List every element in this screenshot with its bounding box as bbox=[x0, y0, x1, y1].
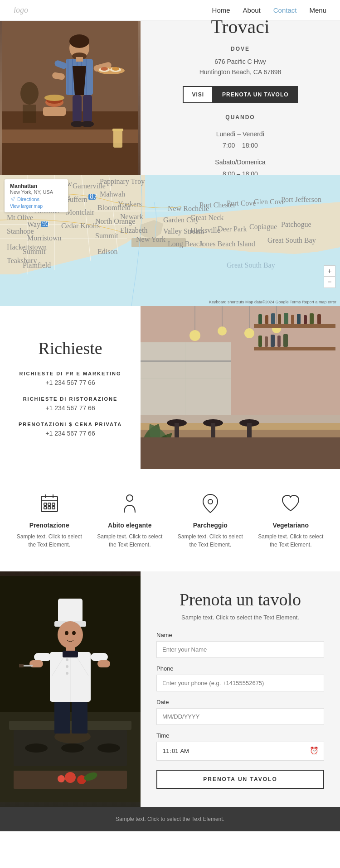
name-label: Name bbox=[156, 632, 324, 638]
request-categories: RICHIESTE DI PR E MARKETING +1 234 567 7… bbox=[19, 371, 122, 437]
req-cat-1-phone: +1 234 567 77 66 bbox=[19, 404, 122, 412]
booking-subtitle: Sample text. Click to select the Text El… bbox=[156, 614, 324, 621]
svg-text:Jones Beach Island: Jones Beach Island bbox=[199, 240, 255, 248]
svg-text:87: 87 bbox=[90, 192, 97, 200]
svg-point-3 bbox=[20, 82, 39, 105]
svg-rect-144 bbox=[52, 503, 55, 505]
map-info-box: Manhattan New York, NY, USA Directions V… bbox=[5, 179, 68, 212]
booking-image bbox=[0, 571, 141, 807]
feature-1-desc: Sample text. Click to select the Text El… bbox=[94, 532, 166, 549]
svg-rect-116 bbox=[258, 336, 262, 347]
quando-label: QUANDO bbox=[225, 114, 255, 120]
svg-rect-172 bbox=[63, 651, 78, 657]
svg-text:Morristown: Morristown bbox=[27, 234, 62, 242]
address-line1: 676 Pacific C Hwy bbox=[199, 57, 282, 67]
svg-rect-4 bbox=[23, 105, 36, 123]
address: 676 Pacific C Hwy Huntington Beach, CA 6… bbox=[199, 57, 282, 77]
svg-text:95: 95 bbox=[42, 220, 49, 227]
svg-text:Port Jefferson: Port Jefferson bbox=[281, 196, 321, 203]
svg-text:Hicksville: Hicksville bbox=[190, 226, 220, 234]
hours: Lunedì – Venerdì 7:00 – 18:00 Sabato/Dom… bbox=[215, 125, 265, 180]
svg-point-148 bbox=[126, 495, 133, 501]
heart-icon bbox=[279, 492, 302, 515]
map-attribution: Keyboard shortcuts Map data©2024 Google … bbox=[209, 300, 336, 304]
directions-button[interactable]: Directions bbox=[17, 197, 39, 202]
nav-menu[interactable]: Menu bbox=[309, 6, 326, 14]
visit-button[interactable]: VISI bbox=[183, 86, 213, 103]
feature-abito: Abito elegante Sample text. Click to sel… bbox=[94, 492, 166, 549]
dove-label: DOVE bbox=[231, 46, 250, 52]
weekend-label: Sabato/Domenica bbox=[215, 157, 265, 168]
trovaci-title: Trovaci bbox=[211, 16, 269, 38]
calendar-icon bbox=[38, 492, 61, 515]
feature-0-title: Prenotazione bbox=[29, 522, 69, 529]
features-section: Prenotazione Sample text. Click to selec… bbox=[0, 469, 340, 571]
view-larger-map[interactable]: View larger map bbox=[10, 204, 63, 209]
phone-input[interactable] bbox=[156, 675, 324, 691]
nav-about[interactable]: About bbox=[243, 6, 261, 14]
svg-point-101 bbox=[218, 326, 227, 336]
nav-home[interactable]: Home bbox=[212, 6, 230, 14]
nav-links: Home About Contact Menu bbox=[212, 6, 326, 14]
svg-text:New York: New York bbox=[136, 235, 165, 243]
svg-rect-113 bbox=[304, 315, 307, 324]
svg-point-20 bbox=[101, 67, 108, 71]
svg-rect-15 bbox=[76, 57, 83, 62]
date-input[interactable] bbox=[156, 708, 324, 725]
requests-info: Richieste RICHIESTE DI PR E MARKETING +1… bbox=[0, 306, 141, 469]
svg-rect-137 bbox=[141, 437, 340, 469]
svg-rect-182 bbox=[19, 664, 24, 667]
svg-text:Glen Cove: Glen Cove bbox=[254, 198, 285, 206]
svg-rect-119 bbox=[277, 336, 281, 347]
bar-interior-image bbox=[141, 306, 340, 469]
svg-rect-117 bbox=[265, 336, 268, 347]
date-label: Date bbox=[156, 699, 324, 705]
svg-point-171 bbox=[66, 672, 68, 675]
svg-rect-146 bbox=[48, 507, 51, 509]
name-input[interactable] bbox=[156, 641, 324, 658]
svg-rect-115 bbox=[317, 314, 321, 324]
svg-text:Great South Bay: Great South Bay bbox=[227, 261, 275, 269]
svg-rect-136 bbox=[141, 360, 231, 362]
map-section: Tappan Rockbury Mt Olive Stanhope Hacket… bbox=[0, 175, 340, 306]
booking-form: Prenota un tavolo Sample text. Click to … bbox=[141, 571, 340, 807]
svg-point-27 bbox=[44, 95, 64, 101]
nav-contact[interactable]: Contact bbox=[273, 6, 297, 14]
svg-rect-163 bbox=[58, 599, 83, 623]
svg-rect-109 bbox=[278, 314, 281, 324]
feature-0-desc: Sample text. Click to select the Text El… bbox=[14, 532, 85, 549]
zoom-out-button[interactable]: − bbox=[324, 277, 335, 288]
zoom-in-button[interactable]: + bbox=[324, 266, 335, 277]
feature-3-title: Vegetariano bbox=[273, 522, 309, 529]
hero-image bbox=[0, 21, 141, 175]
svg-point-21 bbox=[112, 67, 119, 71]
req-cat-2-phone: +1 234 567 77 66 bbox=[19, 430, 122, 437]
svg-text:Plainfield: Plainfield bbox=[23, 261, 51, 269]
map-container: Tappan Rockbury Mt Olive Stanhope Hacket… bbox=[0, 175, 340, 306]
time-input[interactable] bbox=[156, 742, 324, 761]
feature-3-desc: Sample text. Click to select the Text El… bbox=[255, 532, 327, 549]
requests-image bbox=[141, 306, 340, 469]
booking-section: Prenota un tavolo Sample text. Click to … bbox=[0, 571, 340, 807]
svg-point-184 bbox=[72, 631, 76, 635]
svg-text:Pappinary Troy: Pappinary Troy bbox=[100, 177, 145, 186]
book-table-button[interactable]: PRENOTA UN TAVOLO bbox=[213, 86, 298, 103]
weekday-label: Lunedì – Venerdì bbox=[215, 129, 265, 140]
chef-image bbox=[0, 571, 141, 807]
svg-rect-118 bbox=[271, 335, 275, 347]
location-icon bbox=[199, 492, 222, 515]
feature-vegetariano: Vegetariano Sample text. Click to select… bbox=[255, 492, 327, 549]
svg-marker-14 bbox=[73, 66, 86, 95]
submit-book-button[interactable]: PRENOTA UN TAVOLO bbox=[156, 770, 324, 789]
svg-point-155 bbox=[61, 743, 84, 753]
map-place-name: Manhattan bbox=[10, 183, 63, 189]
svg-point-169 bbox=[66, 658, 68, 661]
req-cat-0-phone: +1 234 567 77 66 bbox=[19, 379, 122, 386]
svg-text:Summit: Summit bbox=[95, 232, 118, 240]
svg-rect-178 bbox=[72, 702, 87, 734]
svg-rect-112 bbox=[297, 314, 301, 324]
svg-point-102 bbox=[244, 328, 254, 338]
svg-text:Newark: Newark bbox=[120, 213, 143, 221]
svg-text:Patchogue: Patchogue bbox=[281, 221, 311, 229]
weekday-time: 7:00 – 18:00 bbox=[215, 140, 265, 151]
